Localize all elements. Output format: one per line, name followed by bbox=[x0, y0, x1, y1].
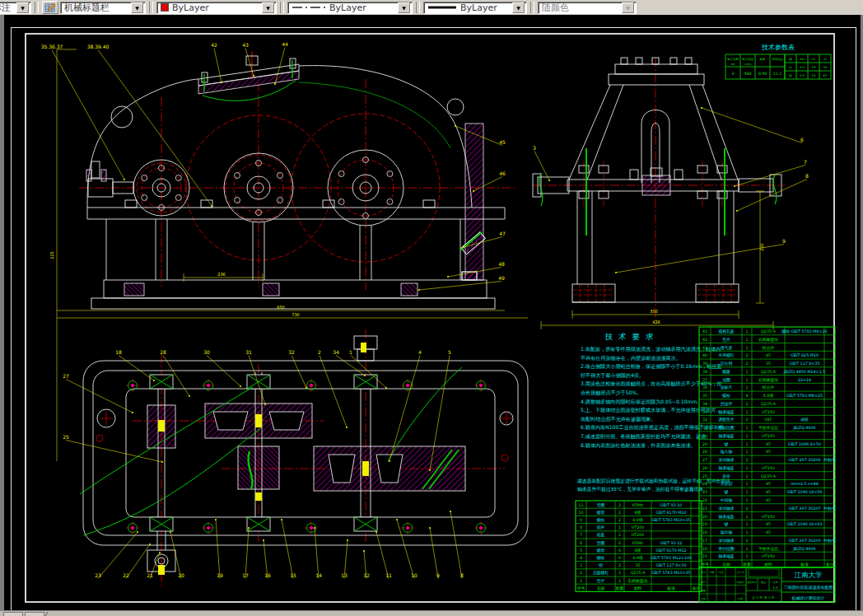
part-balloons: 35.36.3738.39.40424344454647484936789182… bbox=[41, 41, 809, 579]
svg-text:8: 8 bbox=[460, 572, 464, 578]
chevron-down-icon[interactable]: ▼ bbox=[131, 2, 143, 13]
svg-text:输入轴: 输入轴 bbox=[721, 450, 733, 455]
svg-text:18: 18 bbox=[702, 530, 707, 534]
svg-text:不许有任何杂物存在，内壁涂耐油油漆两次。: 不许有任何杂物存在，内壁涂耐油油漆两次。 bbox=[581, 355, 681, 362]
chevron-down-icon[interactable]: ▼ bbox=[16, 2, 29, 13]
toolbar-separator bbox=[530, 2, 534, 13]
svg-text:GB/T 6170 M12: GB/T 6170 M12 bbox=[655, 548, 686, 553]
layout-tabs-strip[interactable] bbox=[0, 610, 863, 616]
svg-text:GB/T 117 8×30: GB/T 117 8×30 bbox=[656, 563, 687, 567]
svg-text:HT150: HT150 bbox=[762, 434, 775, 438]
svg-text:18: 18 bbox=[115, 349, 122, 355]
svg-text:滚动轴承: 滚动轴承 bbox=[718, 506, 734, 511]
svg-text:成组: 成组 bbox=[800, 418, 809, 422]
svg-text:JB/ZQ 4606: JB/ZQ 4606 bbox=[792, 426, 815, 430]
svg-text:螺栓: 螺栓 bbox=[597, 555, 605, 561]
svg-text:32: 32 bbox=[702, 418, 707, 422]
svg-text:HT200: HT200 bbox=[632, 525, 645, 530]
svg-text:轴承端盖: 轴承端盖 bbox=[718, 514, 734, 520]
svg-text:工艺: 工艺 bbox=[701, 597, 706, 600]
front-view bbox=[79, 51, 515, 309]
lineweight-combo[interactable]: ByLayer ▼ bbox=[423, 2, 527, 14]
toolbar-separator bbox=[35, 2, 39, 13]
chevron-down-icon: ▼ bbox=[622, 2, 634, 13]
svg-text:Q235-A: Q235-A bbox=[761, 402, 777, 406]
svg-text:5.上、下箱体结合面涂密封胶或水玻璃，不允许使用任何垫片，: 5.上、下箱体结合面涂密封胶或水玻璃，不允许使用任何垫片， bbox=[581, 407, 721, 413]
svg-text:19: 19 bbox=[812, 65, 816, 69]
svg-text:16: 16 bbox=[264, 572, 271, 578]
svg-text:序号: 序号 bbox=[577, 586, 585, 590]
svg-text:1: 1 bbox=[745, 370, 748, 374]
svg-text:27: 27 bbox=[63, 373, 69, 379]
linetype-combo[interactable]: ByLayer ▼ bbox=[287, 2, 413, 14]
chevron-down-icon[interactable]: ▼ bbox=[262, 2, 274, 13]
svg-text:35: 35 bbox=[635, 563, 640, 567]
svg-text:z1: z1 bbox=[812, 58, 815, 61]
svg-text:r/min: r/min bbox=[744, 63, 751, 66]
svg-text:材料: 材料 bbox=[633, 586, 642, 591]
svg-text:45: 45 bbox=[766, 450, 771, 454]
svg-text:10: 10 bbox=[411, 572, 418, 578]
svg-text:HT150: HT150 bbox=[762, 466, 775, 470]
svg-text:挡油环: 挡油环 bbox=[721, 402, 733, 407]
svg-text:26: 26 bbox=[702, 466, 707, 470]
svg-text:mn=2.5 z=44: mn=2.5 z=44 bbox=[791, 482, 819, 486]
svg-text:4: 4 bbox=[418, 349, 422, 355]
dim-style-combo[interactable]: 标注 ▼ bbox=[0, 2, 31, 14]
svg-text:8: 8 bbox=[805, 173, 809, 179]
svg-text:中间轴: 中间轴 bbox=[721, 498, 733, 503]
svg-text:备注: 备注 bbox=[826, 562, 834, 567]
tech-parameter-table: 技术参数表输入功率kW输入转速r/min效率总传动比49600.9611.1级m… bbox=[725, 44, 831, 79]
svg-text:21: 21 bbox=[702, 506, 707, 511]
svg-text:GB/T 93 10: GB/T 93 10 bbox=[660, 503, 683, 507]
svg-text:45: 45 bbox=[766, 490, 771, 494]
svg-text:6: 6 bbox=[618, 556, 621, 560]
svg-text:输入功率: 输入功率 bbox=[727, 58, 739, 61]
svg-text:GB/T 1096 16×63: GB/T 1096 16×63 bbox=[786, 522, 822, 526]
svg-text:3: 3 bbox=[580, 563, 582, 567]
svg-text:21: 21 bbox=[147, 572, 153, 578]
svg-text:11: 11 bbox=[578, 503, 583, 507]
svg-text:45: 45 bbox=[766, 353, 771, 357]
chevron-down-icon[interactable]: ▼ bbox=[512, 2, 525, 13]
svg-text:套筒: 套筒 bbox=[722, 474, 730, 478]
svg-text:6: 6 bbox=[800, 137, 804, 142]
layout-tab-nub[interactable] bbox=[25, 612, 44, 616]
lineweight-thick-icon bbox=[427, 5, 457, 10]
model-tab-nub[interactable] bbox=[3, 612, 23, 616]
titleblock-style-combo[interactable]: 机械标题栏 ▼ bbox=[60, 2, 146, 14]
svg-text:8.8级: 8.8级 bbox=[763, 394, 774, 398]
svg-text:批准: 批准 bbox=[738, 597, 743, 600]
svg-text:螺塞: 螺塞 bbox=[722, 369, 730, 375]
svg-text:2: 2 bbox=[618, 503, 621, 507]
color-combo[interactable]: ByLayer ▼ bbox=[156, 2, 277, 14]
svg-text:45: 45 bbox=[766, 482, 771, 486]
svg-text:1: 1 bbox=[745, 474, 748, 478]
chevron-down-icon[interactable]: ▼ bbox=[398, 2, 410, 13]
svg-text:2.啮合侧隙大小用铅丝检验，保证侧隙不小于0.16mm，铅丝: 2.啮合侧隙大小用铅丝检验，保证侧隙不小于0.16mm，铅丝直 bbox=[581, 363, 721, 370]
svg-text:34: 34 bbox=[702, 402, 707, 406]
svg-text:滚动轴承: 滚动轴承 bbox=[718, 457, 734, 463]
svg-text:垫圈: 垫圈 bbox=[597, 541, 605, 546]
svg-text:JB/ZQ 4450 M14×1.5: JB/ZQ 4450 M14×1.5 bbox=[783, 370, 826, 374]
svg-text:键: 键 bbox=[724, 442, 729, 447]
svg-text:7: 7 bbox=[580, 533, 582, 537]
titleblock-edit-button[interactable] bbox=[42, 1, 58, 14]
svg-text:2: 2 bbox=[745, 539, 748, 543]
svg-text:8.8级: 8.8级 bbox=[632, 518, 643, 522]
svg-text:1: 1 bbox=[745, 547, 748, 551]
drawing-canvas[interactable]: 技术参数表输入功率kW输入转速r/min效率总传动比49600.9611.1级m… bbox=[0, 15, 863, 610]
svg-text:10: 10 bbox=[578, 511, 583, 515]
svg-text:22×14: 22×14 bbox=[798, 378, 811, 382]
svg-text:1: 1 bbox=[745, 410, 748, 414]
color-swatch-red bbox=[161, 3, 169, 12]
svg-text:HT150: HT150 bbox=[762, 515, 775, 519]
svg-text:43: 43 bbox=[702, 329, 707, 334]
svg-text:14: 14 bbox=[315, 572, 322, 578]
svg-text:2: 2 bbox=[318, 349, 321, 355]
svg-text:1: 1 bbox=[618, 579, 621, 583]
svg-text:35: 35 bbox=[702, 394, 707, 398]
svg-text:1: 1 bbox=[745, 522, 748, 526]
svg-text:标记: 标记 bbox=[700, 571, 706, 574]
svg-text:油圈: 油圈 bbox=[722, 378, 730, 383]
